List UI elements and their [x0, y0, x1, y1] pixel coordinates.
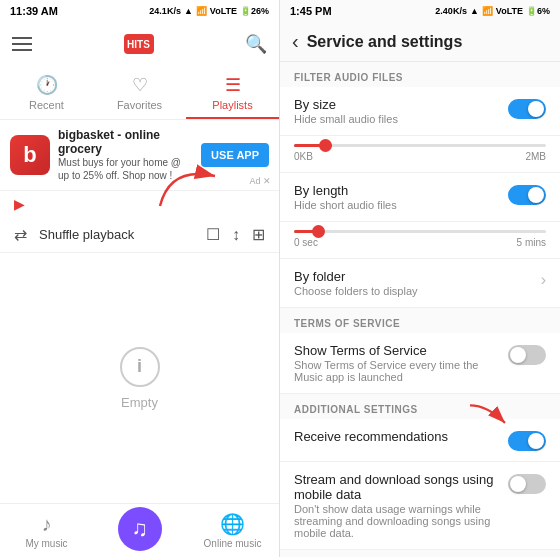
my-music-icon: ♪ — [42, 513, 52, 536]
setting-show-terms: Show Terms of Service Show Terms of Serv… — [280, 333, 560, 394]
tab-recent-label: Recent — [29, 99, 64, 111]
tab-recent[interactable]: 🕐 Recent — [0, 66, 93, 119]
network-icon: 📶 — [196, 6, 207, 16]
by-size-slider-track[interactable] — [294, 144, 546, 147]
setting-by-folder[interactable]: By folder Choose folders to display › — [280, 259, 560, 308]
show-terms-desc: Show Terms of Service every time the Mus… — [294, 359, 500, 383]
right-signal-text: 2.40K/s — [435, 6, 467, 16]
bottom-nav-online-music[interactable]: 🌐 Online music — [186, 504, 279, 557]
stream-download-toggle[interactable] — [508, 474, 546, 494]
music-note-icon: ♫ — [131, 516, 148, 542]
section-terms-label: TERMS OF SERVICE — [280, 308, 560, 333]
ad-text: bigbasket - online grocery Must buys for… — [58, 128, 193, 182]
right-volte-label: VoLTE — [496, 6, 523, 16]
recommendations-toggle[interactable] — [508, 431, 546, 451]
by-folder-name: By folder — [294, 269, 533, 284]
bottom-nav: ♪ My music ♫ 🌐 Online music — [0, 503, 279, 557]
right-panel: 1:45 PM 2.40K/s ▲ 📶 VoLTE 🔋6% ‹ Service … — [280, 0, 560, 557]
section-additional-label: ADDITIONAL SETTINGS — [280, 394, 560, 419]
search-button[interactable]: 🔍 — [245, 33, 267, 55]
by-length-toggle[interactable] — [508, 185, 546, 205]
recommendations-name: Receive recommendations — [294, 429, 500, 444]
back-button[interactable]: ‹ — [292, 30, 299, 53]
empty-label: Empty — [121, 395, 158, 410]
by-size-slider-row: 0KB 2MB — [280, 136, 560, 173]
nav-tabs: 🕐 Recent ♡ Favorites ☰ Playlists — [0, 66, 279, 120]
shuffle-icon: ⇄ — [14, 225, 27, 244]
stream-download-info: Stream and download songs using mobile d… — [294, 472, 500, 539]
recommendations-info: Receive recommendations — [294, 429, 500, 444]
settings-title: Service and settings — [307, 33, 463, 51]
menu-button[interactable] — [12, 37, 32, 51]
show-terms-info: Show Terms of Service Show Terms of Serv… — [294, 343, 500, 383]
left-time: 11:39 AM — [10, 5, 58, 17]
bottom-nav-now-playing[interactable]: ♫ — [93, 504, 186, 557]
by-size-desc: Hide small audio files — [294, 113, 500, 125]
by-length-slider-thumb[interactable] — [312, 225, 325, 238]
use-app-button[interactable]: USE APP — [201, 143, 269, 167]
by-length-min: 0 sec — [294, 237, 318, 248]
show-terms-toggle[interactable] — [508, 345, 546, 365]
ad-subtitle: Must buys for your home @ up to 25% off.… — [58, 156, 193, 182]
shuffle-label: Shuffle playback — [39, 227, 194, 242]
by-size-max: 2MB — [525, 151, 546, 162]
by-length-slider-track[interactable] — [294, 230, 546, 233]
setting-by-length: By length Hide short audio files — [280, 173, 560, 222]
setting-recommendations: Receive recommendations — [280, 419, 560, 462]
top-bar: HITS 🔍 — [0, 22, 279, 66]
playlists-icon: ☰ — [225, 74, 241, 96]
tab-favorites[interactable]: ♡ Favorites — [93, 66, 186, 119]
section-filter-label: FILTER AUDIO FILES — [280, 62, 560, 87]
play-icon: ▶ — [14, 194, 25, 214]
signal-text: 24.1K/s — [149, 6, 181, 16]
shuffle-actions: ☐ ↕ ⊞ — [206, 225, 265, 244]
bottom-nav-my-music[interactable]: ♪ My music — [0, 504, 93, 557]
wifi-icon: ▲ — [184, 6, 193, 16]
setting-stream-download: Stream and download songs using mobile d… — [280, 462, 560, 550]
by-length-max: 5 mins — [517, 237, 546, 248]
empty-state: i Empty — [0, 253, 279, 503]
by-length-slider-row: 0 sec 5 mins — [280, 222, 560, 259]
ad-banner: b bigbasket - online grocery Must buys f… — [0, 120, 279, 191]
info-icon: i — [120, 347, 160, 387]
right-wifi-icon: ▲ — [470, 6, 479, 16]
right-time: 1:45 PM — [290, 5, 332, 17]
by-size-slider-labels: 0KB 2MB — [294, 151, 546, 162]
by-folder-chevron: › — [541, 271, 546, 289]
by-folder-desc: Choose folders to display — [294, 285, 533, 297]
by-size-toggle[interactable] — [508, 99, 546, 119]
tab-playlists-label: Playlists — [212, 99, 252, 111]
status-bar-right: 1:45 PM 2.40K/s ▲ 📶 VoLTE 🔋6% — [280, 0, 560, 22]
recent-icon: 🕐 — [36, 74, 58, 96]
right-network-icon: 📶 — [482, 6, 493, 16]
right-battery-icon: 🔋6% — [526, 6, 550, 16]
shuffle-bar: ⇄ Shuffle playback ☐ ↕ ⊞ — [0, 217, 279, 253]
by-length-info: By length Hide short audio files — [294, 183, 500, 211]
checkbox-icon[interactable]: ☐ — [206, 225, 220, 244]
show-terms-name: Show Terms of Service — [294, 343, 500, 358]
music-fab[interactable]: ♫ — [118, 507, 162, 551]
sort-icon[interactable]: ↕ — [232, 226, 240, 244]
ad-title: bigbasket - online grocery — [58, 128, 193, 156]
right-status-icons: 2.40K/s ▲ 📶 VoLTE 🔋6% — [435, 6, 550, 16]
online-music-icon: 🌐 — [220, 512, 245, 536]
settings-content: FILTER AUDIO FILES By size Hide small au… — [280, 62, 560, 557]
by-length-desc: Hide short audio files — [294, 199, 500, 211]
settings-header: ‹ Service and settings — [280, 22, 560, 62]
stream-download-name: Stream and download songs using mobile d… — [294, 472, 500, 502]
online-music-label: Online music — [204, 538, 262, 549]
grid-icon[interactable]: ⊞ — [252, 225, 265, 244]
favorites-icon: ♡ — [132, 74, 148, 96]
by-size-min: 0KB — [294, 151, 313, 162]
tab-favorites-label: Favorites — [117, 99, 162, 111]
by-length-name: By length — [294, 183, 500, 198]
status-bar-left: 11:39 AM 24.1K/s ▲ 📶 VoLTE 🔋26% — [0, 0, 279, 22]
by-size-name: By size — [294, 97, 500, 112]
battery-icon: 🔋26% — [240, 6, 269, 16]
ad-label: Ad ✕ — [249, 176, 271, 186]
by-size-info: By size Hide small audio files — [294, 97, 500, 125]
my-music-label: My music — [25, 538, 67, 549]
play-icon-row: ▶ — [0, 191, 279, 217]
stream-download-desc: Don't show data usage warnings while str… — [294, 503, 500, 539]
tab-playlists[interactable]: ☰ Playlists — [186, 66, 279, 119]
